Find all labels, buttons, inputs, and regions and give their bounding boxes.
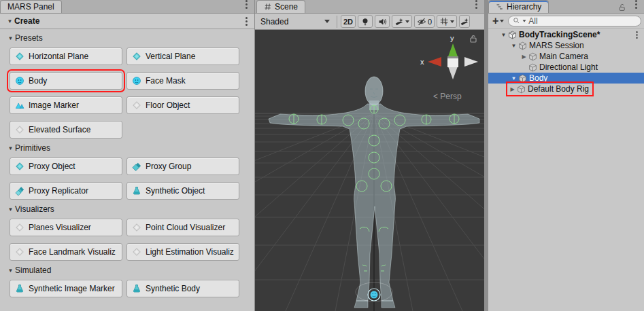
tree-row-directional-light[interactable]: Directional Light	[488, 62, 644, 73]
foldout-icon[interactable]: ▶	[520, 54, 528, 60]
hierarchy-toolbar: + All	[488, 14, 644, 29]
flask-icon	[15, 284, 24, 293]
create-header[interactable]: ▼ Create	[0, 14, 254, 29]
create-menu-icon[interactable]	[245, 20, 248, 22]
hierarchy-tree: ▼ BodyTrackingScene* ▼ MARS Session ▶ Ma…	[488, 29, 644, 311]
tree-label: BodyTrackingScene*	[519, 30, 600, 39]
2d-label: 2D	[343, 18, 353, 26]
button-label: Image Marker	[29, 100, 79, 110]
tree-row-body[interactable]: ▼ Body	[488, 73, 644, 84]
toolbar-divider	[337, 16, 337, 28]
foldout-icon[interactable]: ▼	[509, 43, 518, 49]
face-mask-button[interactable]: Face Mask	[126, 72, 239, 90]
light-estimation-visualizer-button[interactable]: Light Estimation Visualiz	[126, 243, 239, 261]
scene-menu-icon[interactable]	[475, 3, 477, 5]
section-primitives[interactable]: ▼ Primitives	[6, 143, 254, 153]
chevron-down-icon	[324, 20, 330, 23]
button-label: Planes Visualizer	[29, 223, 91, 232]
synthetic-object-button[interactable]: Synthetic Object	[126, 182, 239, 200]
toggle-2d-button[interactable]: 2D	[341, 15, 356, 28]
section-presets[interactable]: ▼ Presets	[6, 33, 254, 43]
tree-label: Directional Light	[539, 62, 598, 72]
section-visualizers[interactable]: ▼ Visualizers	[6, 204, 254, 214]
scene-visibility-button[interactable]: 0	[414, 15, 435, 28]
scene-lighting-button[interactable]	[358, 15, 373, 28]
tab-scene[interactable]: Scene	[256, 0, 305, 13]
visualizers-label: Visualizers	[15, 204, 54, 214]
tree-label: Main Camera	[539, 52, 588, 61]
hierarchy-menu-icon[interactable]	[635, 3, 637, 5]
tab-hierarchy[interactable]: Hierarchy	[488, 0, 549, 13]
tool-icon	[460, 17, 469, 26]
chevron-down-icon	[450, 20, 454, 23]
mars-panel-menu-icon[interactable]	[245, 3, 248, 5]
proxy-object-button[interactable]: Proxy Object	[10, 158, 122, 175]
scene-panel: Scene Shaded 2D	[255, 0, 484, 311]
tree-row-main-camera[interactable]: ▶ Main Camera	[488, 51, 644, 62]
button-label: Point Cloud Visualizer	[146, 223, 225, 232]
tree-row-scene[interactable]: ▼ BodyTrackingScene*	[488, 29, 644, 40]
proxy-group-button[interactable]: Proxy Group	[126, 158, 239, 175]
mars-panel: MARS Panel ▼ Create ▼ Presets Horizontal…	[0, 0, 255, 311]
tree-label: MARS Session	[529, 41, 584, 50]
button-label: Elevated Surface	[29, 125, 90, 134]
scene-effects-button[interactable]	[392, 15, 412, 28]
floor-object-button[interactable]: Floor Object	[126, 96, 239, 114]
button-label: Synthetic Body	[146, 284, 200, 293]
elevated-surface-button[interactable]: Elevated Surface	[10, 121, 122, 139]
presets-label: Presets	[15, 33, 43, 43]
speaker-icon	[377, 17, 387, 26]
grid-settings-button[interactable]	[437, 15, 457, 28]
body-button[interactable]: Body	[10, 72, 122, 90]
visualizers-foldout-icon[interactable]: ▼	[6, 206, 15, 213]
gizmo-persp-label[interactable]: < Persp	[433, 92, 462, 101]
create-object-button[interactable]: +	[491, 16, 505, 26]
simulated-foldout-icon[interactable]: ▼	[6, 268, 15, 274]
gizmo-y-label: y	[450, 34, 454, 42]
button-label: Face Mask	[146, 76, 186, 86]
primitives-foldout-icon[interactable]: ▼	[6, 145, 15, 151]
scene-row-menu-icon[interactable]	[636, 34, 638, 36]
scene-tabstrip: Scene	[255, 0, 484, 14]
scene-grid-icon	[264, 3, 272, 11]
hierarchy-search-input[interactable]: All	[508, 16, 641, 26]
face-landmark-visualizer-button[interactable]: Face Landmark Visualiz	[10, 243, 122, 261]
tree-row-default-body-rig[interactable]: ▶ Default Body Rig	[488, 84, 644, 94]
horizontal-plane-button[interactable]: Horizontal Plane	[10, 48, 122, 65]
planes-visualizer-button[interactable]: Planes Visualizer	[10, 219, 122, 236]
section-simulated[interactable]: ▼ Simulated	[6, 266, 254, 275]
scene-audio-button[interactable]	[375, 15, 390, 28]
presets-foldout-icon[interactable]: ▼	[6, 35, 15, 41]
image-marker-button[interactable]: Image Marker	[10, 96, 122, 114]
simulated-buttons: Synthetic Image Marker Synthetic Body	[10, 280, 254, 297]
clipped-toolbar-button[interactable]	[459, 15, 470, 28]
mars-panel-tabstrip: MARS Panel	[0, 0, 254, 14]
hierarchy-list-icon	[496, 3, 504, 11]
synthetic-body-button[interactable]: Synthetic Body	[126, 280, 239, 297]
diamond-replicator-icon	[15, 186, 24, 196]
hidden-count: 0	[428, 18, 432, 26]
synthetic-image-marker-button[interactable]: Synthetic Image Marker	[10, 280, 122, 297]
grid-axis-icon	[439, 17, 449, 26]
search-value: All	[528, 16, 537, 26]
scene-toolbar: Shaded 2D 0	[255, 14, 484, 30]
button-label: Light Estimation Visualiz	[146, 247, 234, 257]
face-icon	[132, 76, 141, 86]
foldout-icon[interactable]: ▼	[499, 32, 508, 38]
tree-row-mars-session[interactable]: ▼ MARS Session	[488, 40, 644, 51]
hierarchy-panel: Hierarchy + All ▼ BodyTrackingScene*	[488, 0, 644, 311]
unity-editor-window: MARS Panel ▼ Create ▼ Presets Horizontal…	[0, 0, 644, 311]
foldout-icon[interactable]: ▼	[509, 75, 518, 81]
vertical-plane-button[interactable]: Vertical Plane	[126, 48, 239, 65]
point-cloud-visualizer-button[interactable]: Point Cloud Visualizer	[126, 219, 239, 236]
button-label: Proxy Group	[146, 162, 191, 171]
proxy-replicator-button[interactable]: Proxy Replicator	[10, 182, 122, 200]
gray-diamond-icon	[15, 125, 24, 134]
create-foldout-icon[interactable]: ▼	[5, 18, 14, 24]
shading-mode-dropdown[interactable]: Shaded	[257, 15, 333, 28]
tab-mars-panel[interactable]: MARS Panel	[0, 0, 62, 13]
lock-open-icon[interactable]	[617, 3, 626, 12]
scene-viewport[interactable]: y x < Persp	[255, 30, 484, 311]
scene-render: y x < Persp	[255, 30, 484, 311]
foldout-icon[interactable]: ▶	[508, 86, 517, 92]
